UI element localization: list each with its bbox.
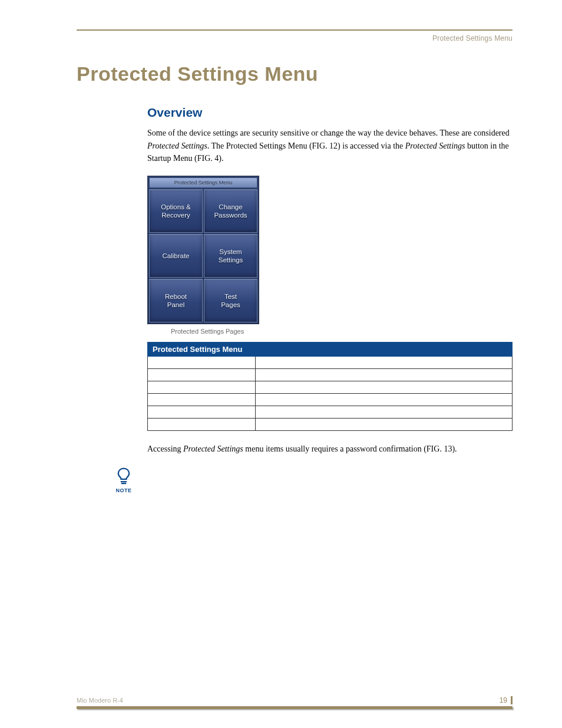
text-italic: Protected Settings: [405, 141, 465, 150]
table-row: [148, 357, 513, 369]
protected-settings-menu-screenshot: Protected Settings Menu Options & Recove…: [147, 176, 259, 324]
button-label-line: Change: [219, 203, 242, 211]
table-cell: [148, 406, 256, 419]
lightbulb-icon: [114, 466, 134, 486]
change-passwords-button[interactable]: Change Passwords: [204, 189, 257, 233]
page-title: Protected Settings Menu: [77, 62, 513, 85]
protected-settings-table: Protected Settings Menu: [147, 342, 513, 431]
text: Accessing: [147, 444, 183, 453]
table-cell: [256, 394, 513, 406]
table-row: [148, 394, 513, 406]
table-cell: [148, 369, 256, 381]
button-label-line: Test: [224, 292, 237, 301]
table-row: [148, 406, 513, 419]
table-cell: [148, 419, 256, 431]
figure-caption: Protected Settings Pages: [171, 328, 513, 335]
table-cell: [256, 406, 513, 419]
note-label: NOTE: [112, 487, 135, 493]
button-label-line: Reboot: [165, 292, 187, 301]
system-settings-button[interactable]: System Settings: [204, 234, 257, 278]
table-row: [148, 369, 513, 381]
table-row: [148, 381, 513, 394]
footer-doc-title: Mio Modero R-4: [77, 697, 123, 704]
reboot-panel-button[interactable]: Reboot Panel: [149, 279, 203, 322]
table-header-row: Protected Settings Menu: [148, 342, 513, 357]
table-cell: [256, 357, 513, 369]
overview-heading: Overview: [147, 106, 513, 120]
test-pages-button[interactable]: Test Pages: [204, 279, 257, 322]
page-footer: Mio Modero R-4 19: [77, 696, 513, 709]
table-header: Protected Settings Menu: [148, 342, 513, 357]
button-label-line: Panel: [167, 301, 184, 309]
text: menu items usually requires a password c…: [243, 444, 457, 453]
table-cell: [148, 394, 256, 406]
button-label-line: Recovery: [161, 211, 190, 219]
overview-paragraph: Some of the device settings are security…: [147, 127, 513, 165]
after-table-paragraph: Accessing Protected Settings menu items …: [147, 443, 513, 456]
text-italic: Protected Settings: [147, 141, 207, 150]
button-label-line: Passwords: [214, 211, 247, 219]
note-icon: NOTE: [112, 466, 135, 493]
button-label-line: System: [219, 248, 242, 256]
text-italic: Protected Settings: [183, 444, 243, 453]
menu-titlebar: Protected Settings Menu: [149, 177, 257, 188]
header-rule: [77, 29, 513, 31]
table-cell: [256, 369, 513, 381]
table-row: [148, 419, 513, 431]
button-label-line: Pages: [221, 301, 240, 309]
calibrate-button[interactable]: Calibrate: [149, 234, 203, 278]
text: . The Protected Settings Menu (FIG. 12) …: [207, 141, 405, 150]
button-label-line: Settings: [219, 256, 243, 264]
text: Some of the device settings are security…: [147, 129, 510, 137]
menu-grid: Options & Recovery Change Passwords Cali…: [149, 189, 257, 322]
table-cell: [148, 381, 256, 394]
table-cell: [256, 381, 513, 394]
options-recovery-button[interactable]: Options & Recovery: [149, 189, 203, 233]
note-block: NOTE: [112, 466, 513, 493]
table-cell: [148, 357, 256, 369]
table-cell: [256, 419, 513, 431]
button-label-line: Calibrate: [162, 252, 189, 260]
button-label-line: Options &: [161, 203, 191, 211]
running-head: Protected Settings Menu: [77, 34, 513, 42]
footer-rule: [77, 706, 513, 709]
footer-page-number: 19: [500, 696, 507, 704]
